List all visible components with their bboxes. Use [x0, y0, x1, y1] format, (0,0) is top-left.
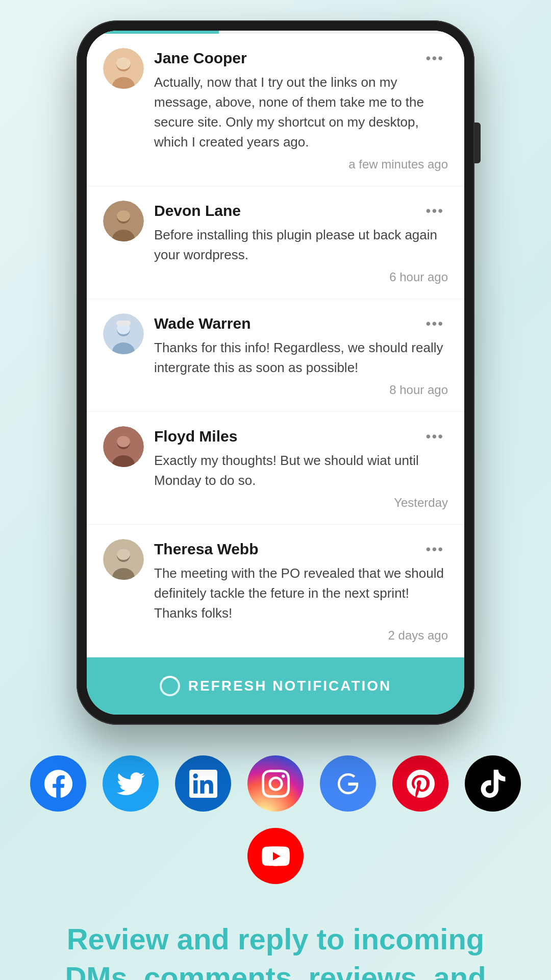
timestamp: a few minutes ago [154, 157, 448, 172]
youtube-button[interactable] [247, 828, 304, 884]
message-text: Exactly my thoughts! But we should wiat … [154, 451, 448, 491]
svg-rect-12 [116, 321, 131, 326]
more-options-button[interactable]: ••• [422, 313, 448, 334]
notification-header: Theresa Webb ••• [154, 539, 448, 559]
svg-point-3 [116, 57, 131, 69]
google-my-business-button[interactable] [320, 755, 376, 812]
notification-content: Theresa Webb ••• The meeting with the PO… [154, 539, 448, 643]
notification-content: Jane Cooper ••• Actually, now that I try… [154, 48, 448, 172]
pinterest-button[interactable] [392, 755, 448, 812]
avatar [103, 539, 144, 580]
tiktok-button[interactable] [465, 755, 521, 812]
svg-point-20 [117, 549, 130, 560]
refresh-label: REFRESH NOTIFICATION [188, 678, 392, 694]
message-text: The meeting with the PO revealed that we… [154, 564, 448, 623]
phone-frame: Jane Cooper ••• Actually, now that I try… [77, 20, 474, 725]
phone-mockup: Jane Cooper ••• Actually, now that I try… [77, 20, 474, 725]
twitter-button[interactable] [103, 755, 159, 812]
user-name: Theresa Webb [154, 541, 259, 558]
notification-header: Floyd Miles ••• [154, 426, 448, 447]
notification-item: Jane Cooper ••• Actually, now that I try… [87, 34, 464, 186]
notification-content: Wade Warren ••• Thanks for this info! Re… [154, 313, 448, 397]
message-text: Before installing this plugin please ut … [154, 225, 448, 265]
avatar [103, 426, 144, 467]
timestamp: Yesterday [154, 496, 448, 510]
instagram-button[interactable] [247, 755, 304, 812]
notification-item: Devon Lane ••• Before installing this pl… [87, 186, 464, 299]
avatar [103, 201, 144, 241]
more-options-button[interactable]: ••• [422, 201, 448, 221]
social-icons-section [0, 755, 551, 884]
user-name: Wade Warren [154, 315, 251, 332]
notification-item: Wade Warren ••• Thanks for this info! Re… [87, 299, 464, 412]
message-text: Thanks for this info! Regardless, we sho… [154, 338, 448, 378]
user-name: Floyd Miles [154, 428, 237, 445]
notification-item: Theresa Webb ••• The meeting with the PO… [87, 525, 464, 657]
notification-header: Devon Lane ••• [154, 201, 448, 221]
user-name: Jane Cooper [154, 50, 247, 67]
refresh-icon [160, 676, 180, 696]
user-name: Devon Lane [154, 202, 241, 219]
svg-point-16 [117, 436, 130, 447]
notification-list: Jane Cooper ••• Actually, now that I try… [87, 34, 464, 657]
linkedin-button[interactable] [175, 755, 231, 812]
avatar [103, 48, 144, 89]
phone-screen: Jane Cooper ••• Actually, now that I try… [87, 31, 464, 715]
tagline-text: Review and reply to incoming DMs, commen… [41, 920, 510, 980]
refresh-notification-button[interactable]: REFRESH NOTIFICATION [87, 657, 464, 715]
timestamp: 2 days ago [154, 628, 448, 643]
more-options-button[interactable]: ••• [422, 539, 448, 559]
svg-point-7 [117, 210, 130, 222]
notification-item: Floyd Miles ••• Exactly my thoughts! But… [87, 412, 464, 525]
facebook-button[interactable] [30, 755, 86, 812]
notification-header: Jane Cooper ••• [154, 48, 448, 68]
avatar [103, 313, 144, 354]
tagline-section: Review and reply to incoming DMs, commen… [0, 910, 551, 980]
notification-content: Devon Lane ••• Before installing this pl… [154, 201, 448, 284]
more-options-button[interactable]: ••• [422, 48, 448, 68]
more-options-button[interactable]: ••• [422, 426, 448, 447]
message-text: Actually, now that I try out the links o… [154, 72, 448, 152]
notification-header: Wade Warren ••• [154, 313, 448, 334]
timestamp: 8 hour ago [154, 383, 448, 397]
timestamp: 6 hour ago [154, 270, 448, 284]
notification-content: Floyd Miles ••• Exactly my thoughts! But… [154, 426, 448, 510]
